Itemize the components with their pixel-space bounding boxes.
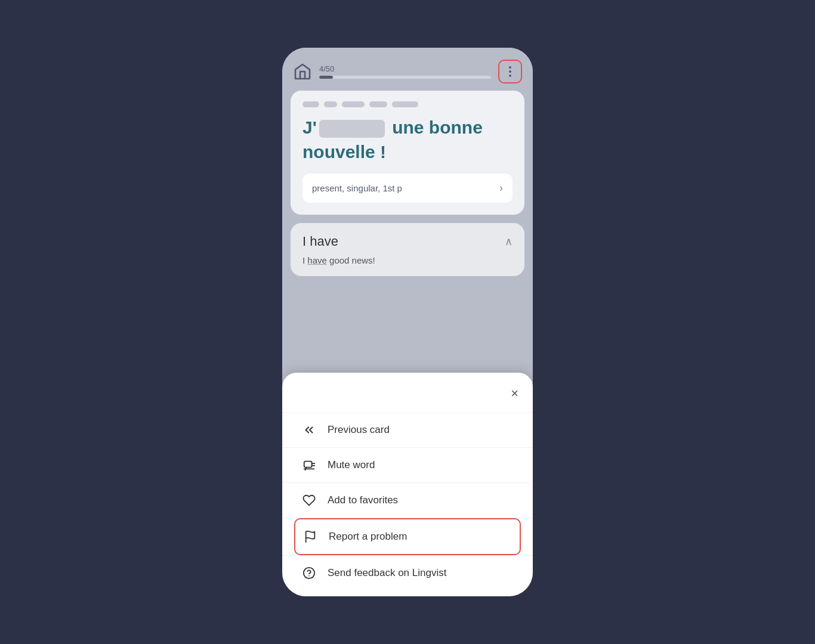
flashcard: J' une bonne nouvelle ! present, singula… [291,91,524,215]
progress-bar-track [319,76,491,79]
menu-item-mute-word[interactable]: Mute word [282,447,533,482]
svg-line-4 [305,467,307,470]
menu-item-report-problem[interactable]: Report a problem [294,518,521,555]
heart-icon [301,493,317,508]
dots-icon [509,66,511,77]
svg-rect-0 [304,462,312,467]
menu-item-send-feedback[interactable]: Send feedback on Lingvist [282,555,533,590]
close-button[interactable]: × [508,385,521,402]
chevron-right-icon: › [499,182,503,194]
hint-row[interactable]: present, singular, 1st p › [302,174,513,203]
mute-icon [301,457,317,473]
phone-container: 4/50 J' une bonne nouvelle ! [282,48,533,596]
sentence-area: J' une bonne nouvelle ! [302,116,513,164]
progress-section: 4/50 [319,64,491,79]
double-chevron-left-icon [301,422,317,438]
menu-item-label-send-feedback: Send feedback on Lingvist [328,567,446,579]
progress-bar-fill [319,76,333,79]
sheet-header: × [282,385,533,412]
home-icon[interactable] [293,62,312,81]
card-tags [302,101,513,107]
hint-text: present, singular, 1st p [312,183,402,193]
tag-pill [324,101,337,107]
blank-word[interactable] [319,120,385,138]
sentence-text: J' une bonne nouvelle ! [302,116,513,164]
menu-item-report-wrapper: Report a problem [282,518,533,555]
menu-item-label-add-favorites: Add to favorites [328,494,398,506]
translation-example: I have good news! [302,255,513,265]
sentence-before: J' [302,117,317,137]
menu-item-label-previous-card: Previous card [328,424,390,436]
tag-pill [342,101,365,107]
feedback-icon [301,565,317,581]
tag-pill [369,101,387,107]
progress-label: 4/50 [319,64,491,73]
menu-item-previous-card[interactable]: Previous card [282,412,533,447]
bottom-sheet: × Previous card [282,373,533,596]
tag-pill [392,101,418,107]
svg-point-6 [304,568,314,578]
chevron-up-icon[interactable]: ∧ [505,235,513,248]
flag-icon [302,529,318,544]
tag-pill [302,101,319,107]
translation-card: I have ∧ I have good news! [291,223,524,276]
menu-item-add-favorites[interactable]: Add to favorites [282,482,533,518]
app-bar: 4/50 [282,48,533,91]
menu-item-label-mute-word: Mute word [328,459,375,471]
more-menu-button[interactable] [498,60,522,83]
menu-item-label-report-problem: Report a problem [329,531,407,543]
translation-header: I have ∧ [302,234,513,249]
translation-word: I have [302,234,338,249]
